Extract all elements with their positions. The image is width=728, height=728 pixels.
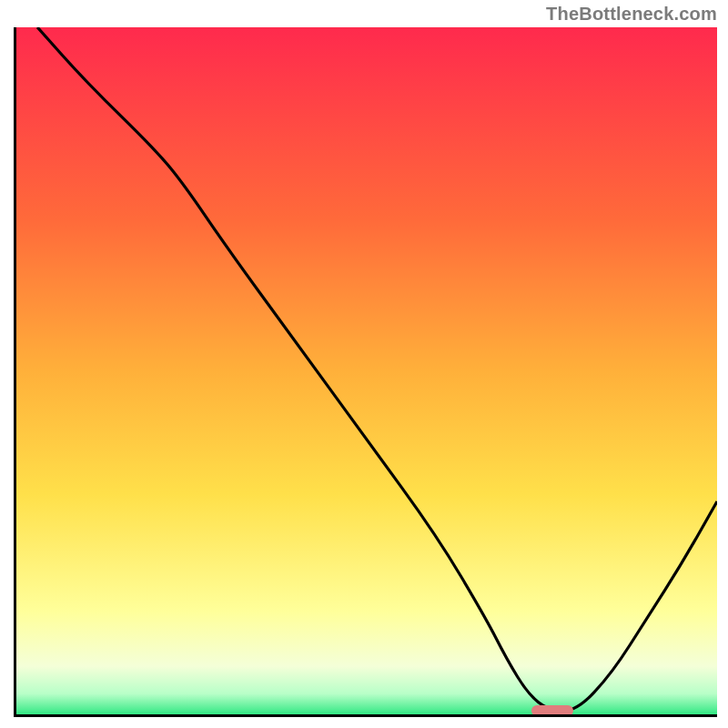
plot-area [14, 27, 717, 717]
gradient-background [16, 27, 717, 714]
svg-rect-0 [16, 27, 717, 714]
chart-container: TheBottleneck.com [0, 0, 728, 728]
optimal-marker [531, 705, 573, 716]
attribution-label: TheBottleneck.com [546, 4, 717, 25]
